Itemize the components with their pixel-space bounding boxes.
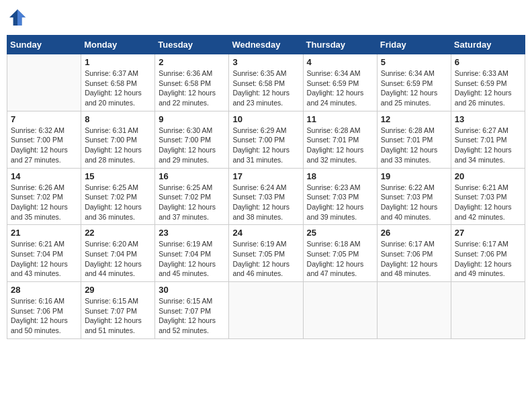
calendar-cell — [229, 282, 303, 339]
calendar-cell: 29Sunrise: 6:15 AMSunset: 7:07 PMDayligh… — [81, 282, 155, 339]
calendar-cell: 16Sunrise: 6:25 AMSunset: 7:02 PMDayligh… — [155, 168, 229, 225]
calendar-header: SundayMondayTuesdayWednesdayThursdayFrid… — [7, 36, 525, 54]
day-number: 28 — [11, 285, 77, 295]
calendar-cell: 28Sunrise: 6:16 AMSunset: 7:06 PMDayligh… — [7, 282, 81, 339]
calendar-cell: 3Sunrise: 6:35 AMSunset: 6:58 PMDaylight… — [229, 54, 303, 111]
calendar-cell: 24Sunrise: 6:19 AMSunset: 7:05 PMDayligh… — [229, 225, 303, 282]
day-info: Sunrise: 6:26 AMSunset: 7:02 PMDaylight:… — [11, 183, 77, 222]
day-number: 1 — [85, 57, 151, 67]
calendar-cell: 12Sunrise: 6:28 AMSunset: 7:01 PMDayligh… — [377, 111, 451, 168]
calendar-day-header: Tuesday — [155, 36, 229, 54]
calendar-cell: 8Sunrise: 6:31 AMSunset: 7:00 PMDaylight… — [81, 111, 155, 168]
calendar-cell: 18Sunrise: 6:23 AMSunset: 7:03 PMDayligh… — [303, 168, 377, 225]
day-info: Sunrise: 6:30 AMSunset: 7:00 PMDaylight:… — [159, 126, 225, 165]
day-info: Sunrise: 6:31 AMSunset: 7:00 PMDaylight:… — [85, 126, 151, 165]
calendar-cell: 15Sunrise: 6:25 AMSunset: 7:02 PMDayligh… — [81, 168, 155, 225]
calendar-day-header: Sunday — [7, 36, 81, 54]
day-number: 15 — [85, 171, 151, 181]
day-info: Sunrise: 6:22 AMSunset: 7:03 PMDaylight:… — [381, 183, 447, 222]
day-info: Sunrise: 6:25 AMSunset: 7:02 PMDaylight:… — [159, 183, 225, 222]
day-info: Sunrise: 6:15 AMSunset: 7:07 PMDaylight:… — [159, 296, 225, 336]
day-info: Sunrise: 6:34 AMSunset: 6:59 PMDaylight:… — [307, 68, 373, 108]
day-info: Sunrise: 6:15 AMSunset: 7:07 PMDaylight:… — [85, 296, 151, 336]
calendar-cell: 9Sunrise: 6:30 AMSunset: 7:00 PMDaylight… — [155, 111, 229, 168]
day-info: Sunrise: 6:23 AMSunset: 7:03 PMDaylight:… — [307, 183, 373, 222]
day-number: 17 — [232, 171, 299, 181]
calendar-day-header: Monday — [81, 36, 155, 54]
day-info: Sunrise: 6:17 AMSunset: 7:06 PMDaylight:… — [455, 239, 521, 279]
day-info: Sunrise: 6:25 AMSunset: 7:02 PMDaylight:… — [85, 183, 151, 222]
day-number: 12 — [381, 114, 447, 124]
day-number: 23 — [159, 228, 225, 238]
day-number: 26 — [381, 228, 447, 238]
calendar-cell: 6Sunrise: 6:33 AMSunset: 6:59 PMDaylight… — [451, 54, 525, 111]
calendar-cell: 23Sunrise: 6:19 AMSunset: 7:04 PMDayligh… — [155, 225, 229, 282]
day-number: 30 — [159, 285, 225, 295]
day-info: Sunrise: 6:37 AMSunset: 6:58 PMDaylight:… — [85, 68, 151, 108]
day-number: 6 — [455, 57, 521, 67]
calendar-cell — [303, 282, 377, 339]
day-number: 10 — [232, 114, 299, 124]
day-number: 8 — [85, 114, 151, 124]
day-info: Sunrise: 6:27 AMSunset: 7:01 PMDaylight:… — [455, 126, 521, 165]
calendar-cell: 22Sunrise: 6:20 AMSunset: 7:04 PMDayligh… — [81, 225, 155, 282]
calendar-cell: 7Sunrise: 6:32 AMSunset: 7:00 PMDaylight… — [7, 111, 81, 168]
day-number: 3 — [232, 57, 299, 67]
calendar-cell: 1Sunrise: 6:37 AMSunset: 6:58 PMDaylight… — [81, 54, 155, 111]
calendar-cell: 2Sunrise: 6:36 AMSunset: 6:58 PMDaylight… — [155, 54, 229, 111]
day-info: Sunrise: 6:33 AMSunset: 6:59 PMDaylight:… — [455, 68, 521, 108]
calendar-cell — [451, 282, 525, 339]
day-number: 9 — [159, 114, 225, 124]
day-number: 18 — [307, 171, 373, 181]
calendar-cell: 5Sunrise: 6:34 AMSunset: 6:59 PMDaylight… — [377, 54, 451, 111]
day-info: Sunrise: 6:18 AMSunset: 7:05 PMDaylight:… — [307, 239, 373, 279]
calendar-cell: 27Sunrise: 6:17 AMSunset: 7:06 PMDayligh… — [451, 225, 525, 282]
calendar-cell: 25Sunrise: 6:18 AMSunset: 7:05 PMDayligh… — [303, 225, 377, 282]
calendar-cell: 4Sunrise: 6:34 AMSunset: 6:59 PMDaylight… — [303, 54, 377, 111]
calendar-day-header: Wednesday — [229, 36, 303, 54]
calendar-day-header: Friday — [377, 36, 451, 54]
day-number: 24 — [232, 228, 299, 238]
calendar-day-header: Saturday — [451, 36, 525, 54]
calendar-cell — [377, 282, 451, 339]
calendar-cell: 11Sunrise: 6:28 AMSunset: 7:01 PMDayligh… — [303, 111, 377, 168]
day-number: 14 — [11, 171, 77, 181]
day-number: 7 — [11, 114, 77, 124]
day-number: 13 — [455, 114, 521, 124]
day-info: Sunrise: 6:35 AMSunset: 6:58 PMDaylight:… — [232, 68, 299, 108]
day-number: 11 — [307, 114, 373, 124]
calendar-cell: 17Sunrise: 6:24 AMSunset: 7:03 PMDayligh… — [229, 168, 303, 225]
day-number: 21 — [11, 228, 77, 238]
day-info: Sunrise: 6:16 AMSunset: 7:06 PMDaylight:… — [11, 296, 77, 336]
calendar-cell: 10Sunrise: 6:29 AMSunset: 7:00 PMDayligh… — [229, 111, 303, 168]
day-info: Sunrise: 6:28 AMSunset: 7:01 PMDaylight:… — [307, 126, 373, 165]
calendar-table: SundayMondayTuesdayWednesdayThursdayFrid… — [7, 35, 525, 339]
day-number: 5 — [381, 57, 447, 67]
day-number: 16 — [159, 171, 225, 181]
day-number: 19 — [381, 171, 447, 181]
day-number: 29 — [85, 285, 151, 295]
calendar-cell: 26Sunrise: 6:17 AMSunset: 7:06 PMDayligh… — [377, 225, 451, 282]
calendar-cell: 19Sunrise: 6:22 AMSunset: 7:03 PMDayligh… — [377, 168, 451, 225]
calendar-cell: 14Sunrise: 6:26 AMSunset: 7:02 PMDayligh… — [7, 168, 81, 225]
logo-icon — [7, 7, 28, 28]
day-info: Sunrise: 6:36 AMSunset: 6:58 PMDaylight:… — [159, 68, 225, 108]
day-number: 4 — [307, 57, 373, 67]
calendar-cell: 13Sunrise: 6:27 AMSunset: 7:01 PMDayligh… — [451, 111, 525, 168]
day-info: Sunrise: 6:21 AMSunset: 7:03 PMDaylight:… — [455, 183, 521, 222]
day-info: Sunrise: 6:17 AMSunset: 7:06 PMDaylight:… — [381, 239, 447, 279]
logo — [7, 7, 30, 28]
calendar-cell — [7, 54, 81, 111]
day-number: 2 — [159, 57, 225, 67]
day-info: Sunrise: 6:29 AMSunset: 7:00 PMDaylight:… — [232, 126, 299, 165]
day-info: Sunrise: 6:19 AMSunset: 7:04 PMDaylight:… — [159, 239, 225, 279]
day-info: Sunrise: 6:19 AMSunset: 7:05 PMDaylight:… — [232, 239, 299, 279]
day-number: 27 — [455, 228, 521, 238]
day-info: Sunrise: 6:34 AMSunset: 6:59 PMDaylight:… — [381, 68, 447, 108]
calendar-cell: 20Sunrise: 6:21 AMSunset: 7:03 PMDayligh… — [451, 168, 525, 225]
calendar-cell: 21Sunrise: 6:21 AMSunset: 7:04 PMDayligh… — [7, 225, 81, 282]
day-number: 22 — [85, 228, 151, 238]
calendar-cell: 30Sunrise: 6:15 AMSunset: 7:07 PMDayligh… — [155, 282, 229, 339]
calendar-day-header: Thursday — [303, 36, 377, 54]
day-info: Sunrise: 6:20 AMSunset: 7:04 PMDaylight:… — [85, 239, 151, 279]
